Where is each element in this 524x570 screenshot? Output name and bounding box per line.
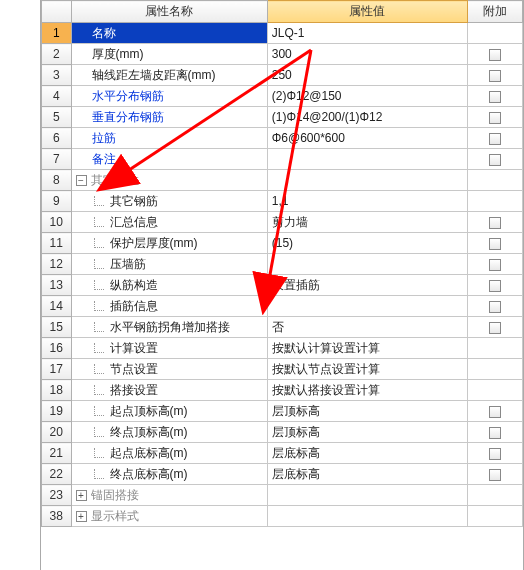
property-name-cell[interactable]: 终点顶标高(m) xyxy=(71,422,267,443)
property-name-cell[interactable]: 名称 xyxy=(71,23,267,44)
table-row[interactable]: 21起点底标高(m)层底标高 xyxy=(42,443,523,464)
property-value-cell[interactable]: 设置插筋 xyxy=(267,275,467,296)
row-number[interactable]: 13 xyxy=(42,275,72,296)
row-number[interactable]: 1 xyxy=(42,23,72,44)
checkbox[interactable] xyxy=(489,448,501,460)
property-value-cell[interactable]: 层顶标高 xyxy=(267,401,467,422)
table-row[interactable]: 5垂直分布钢筋(1)Φ14@200/(1)Φ12 xyxy=(42,107,523,128)
collapse-icon[interactable]: − xyxy=(76,175,87,186)
table-row[interactable]: 38+显示样式 xyxy=(42,506,523,527)
row-number[interactable]: 23 xyxy=(42,485,72,506)
checkbox[interactable] xyxy=(489,91,501,103)
row-number[interactable]: 12 xyxy=(42,254,72,275)
row-number[interactable]: 15 xyxy=(42,317,72,338)
header-name[interactable]: 属性名称 xyxy=(71,1,267,23)
table-row[interactable]: 7备注 xyxy=(42,149,523,170)
table-row[interactable]: 20终点顶标高(m)层顶标高 xyxy=(42,422,523,443)
property-value-cell[interactable]: (15) xyxy=(267,233,467,254)
row-number[interactable]: 5 xyxy=(42,107,72,128)
row-number[interactable]: 8 xyxy=(42,170,72,191)
property-name-cell[interactable]: 节点设置 xyxy=(71,359,267,380)
checkbox[interactable] xyxy=(489,280,501,292)
row-number[interactable]: 14 xyxy=(42,296,72,317)
row-number[interactable]: 9 xyxy=(42,191,72,212)
property-name-cell[interactable]: +锚固搭接 xyxy=(71,485,267,506)
property-value-cell[interactable]: 层底标高 xyxy=(267,443,467,464)
table-row[interactable]: 2厚度(mm)300 xyxy=(42,44,523,65)
property-name-cell[interactable]: 起点底标高(m) xyxy=(71,443,267,464)
checkbox[interactable] xyxy=(489,469,501,481)
property-value-cell[interactable]: 否 xyxy=(267,317,467,338)
property-name-cell[interactable]: 插筋信息 xyxy=(71,296,267,317)
checkbox[interactable] xyxy=(489,322,501,334)
row-number[interactable]: 19 xyxy=(42,401,72,422)
property-name-cell[interactable]: 厚度(mm) xyxy=(71,44,267,65)
property-value-cell[interactable]: 按默认计算设置计算 xyxy=(267,338,467,359)
property-name-cell[interactable]: 水平分布钢筋 xyxy=(71,86,267,107)
checkbox[interactable] xyxy=(489,49,501,61)
row-number[interactable]: 38 xyxy=(42,506,72,527)
property-name-cell[interactable]: 保护层厚度(mm) xyxy=(71,233,267,254)
header-extra[interactable]: 附加 xyxy=(468,1,523,23)
row-number[interactable]: 21 xyxy=(42,443,72,464)
table-row[interactable]: 14插筋信息 xyxy=(42,296,523,317)
property-name-cell[interactable]: 汇总信息 xyxy=(71,212,267,233)
property-value-cell[interactable]: 按默认节点设置计算 xyxy=(267,359,467,380)
table-row[interactable]: 15水平钢筋拐角增加搭接否 xyxy=(42,317,523,338)
property-name-cell[interactable]: 备注 xyxy=(71,149,267,170)
checkbox[interactable] xyxy=(489,70,501,82)
property-name-cell[interactable]: −其它属性 xyxy=(71,170,267,191)
header-num[interactable] xyxy=(42,1,72,23)
row-number[interactable]: 17 xyxy=(42,359,72,380)
expand-icon[interactable]: + xyxy=(76,490,87,501)
property-name-cell[interactable]: 水平钢筋拐角增加搭接 xyxy=(71,317,267,338)
property-value-cell[interactable]: 剪力墙 xyxy=(267,212,467,233)
property-value-cell[interactable]: JLQ-1 xyxy=(267,23,467,44)
property-value-cell[interactable] xyxy=(267,506,467,527)
header-value[interactable]: 属性值 xyxy=(267,1,467,23)
checkbox[interactable] xyxy=(489,259,501,271)
property-value-cell[interactable] xyxy=(267,254,467,275)
table-row[interactable]: 16计算设置按默认计算设置计算 xyxy=(42,338,523,359)
property-value-cell[interactable] xyxy=(267,485,467,506)
property-value-cell[interactable]: 1,1 xyxy=(267,191,467,212)
checkbox[interactable] xyxy=(489,112,501,124)
row-number[interactable]: 3 xyxy=(42,65,72,86)
property-value-cell[interactable] xyxy=(267,149,467,170)
table-row[interactable]: 19起点顶标高(m)层顶标高 xyxy=(42,401,523,422)
row-number[interactable]: 16 xyxy=(42,338,72,359)
property-value-cell[interactable]: 层底标高 xyxy=(267,464,467,485)
property-value-cell[interactable]: (1)Φ14@200/(1)Φ12 xyxy=(267,107,467,128)
property-value-cell[interactable] xyxy=(267,296,467,317)
table-row[interactable]: 3轴线距左墙皮距离(mm)250 xyxy=(42,65,523,86)
row-number[interactable]: 22 xyxy=(42,464,72,485)
row-number[interactable]: 20 xyxy=(42,422,72,443)
property-value-cell[interactable]: 250 xyxy=(267,65,467,86)
table-row[interactable]: 23+锚固搭接 xyxy=(42,485,523,506)
property-value-cell[interactable]: 300 xyxy=(267,44,467,65)
table-row[interactable]: 10汇总信息剪力墙 xyxy=(42,212,523,233)
checkbox[interactable] xyxy=(489,238,501,250)
checkbox[interactable] xyxy=(489,154,501,166)
table-row[interactable]: 6拉筋Φ6@600*600 xyxy=(42,128,523,149)
property-value-cell[interactable]: (2)Φ12@150 xyxy=(267,86,467,107)
property-value-cell[interactable] xyxy=(267,170,467,191)
property-name-cell[interactable]: +显示样式 xyxy=(71,506,267,527)
table-row[interactable]: 8−其它属性 xyxy=(42,170,523,191)
row-number[interactable]: 4 xyxy=(42,86,72,107)
checkbox[interactable] xyxy=(489,133,501,145)
table-row[interactable]: 18搭接设置按默认搭接设置计算 xyxy=(42,380,523,401)
expand-icon[interactable]: + xyxy=(76,511,87,522)
property-value-cell[interactable]: 层顶标高 xyxy=(267,422,467,443)
checkbox[interactable] xyxy=(489,406,501,418)
property-name-cell[interactable]: 压墙筋 xyxy=(71,254,267,275)
checkbox[interactable] xyxy=(489,217,501,229)
table-row[interactable]: 13纵筋构造设置插筋 xyxy=(42,275,523,296)
property-name-cell[interactable]: 计算设置 xyxy=(71,338,267,359)
table-row[interactable]: 4水平分布钢筋(2)Φ12@150 xyxy=(42,86,523,107)
property-name-cell[interactable]: 搭接设置 xyxy=(71,380,267,401)
row-number[interactable]: 6 xyxy=(42,128,72,149)
table-row[interactable]: 17节点设置按默认节点设置计算 xyxy=(42,359,523,380)
table-row[interactable]: 11保护层厚度(mm)(15) xyxy=(42,233,523,254)
row-number[interactable]: 2 xyxy=(42,44,72,65)
